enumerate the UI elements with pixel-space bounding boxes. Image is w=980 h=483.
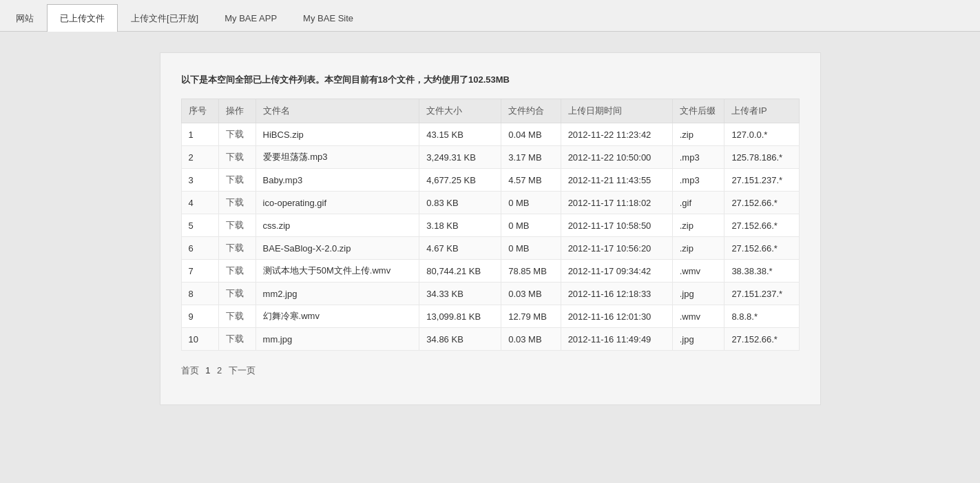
- cell-no: 3: [181, 169, 218, 192]
- cell-op[interactable]: 下载: [218, 169, 256, 192]
- col-approx: 文件约合: [501, 99, 561, 123]
- main-content: 以下是本空间全部已上传文件列表。本空间目前有18个文件，大约使用了102.53M…: [0, 32, 980, 483]
- table-row: 8 下载 mm2.jpg 34.33 KB 0.03 MB 2012-11-16…: [181, 282, 799, 305]
- tab-my-bae-site[interactable]: My BAE Site: [290, 4, 366, 32]
- cell-name: 测试本地大于50M文件上传.wmv: [256, 260, 419, 282]
- cell-ext: .wmv: [672, 260, 724, 282]
- cell-ext: .wmv: [672, 305, 724, 328]
- cell-date: 2012-11-17 10:58:50: [561, 214, 672, 237]
- tab-wangzhan[interactable]: 网站: [3, 4, 47, 32]
- cell-ip: 27.152.66.*: [724, 214, 799, 237]
- cell-size: 80,744.21 KB: [419, 260, 501, 282]
- table-row: 6 下载 BAE-SaBlog-X-2.0.zip 4.67 KB 0 MB 2…: [181, 237, 799, 260]
- cell-op[interactable]: 下载: [218, 192, 256, 214]
- col-ip: 上传者IP: [724, 99, 799, 123]
- col-ext: 文件后缀: [672, 99, 724, 123]
- cell-no: 10: [181, 328, 218, 351]
- cell-ip: 27.152.66.*: [724, 237, 799, 260]
- cell-ext: .zip: [672, 214, 724, 237]
- table-header-row: 序号 操作 文件名 文件大小 文件约合 上传日期时间 文件后缀 上传者IP: [181, 99, 799, 123]
- col-no: 序号: [181, 99, 218, 123]
- cell-ext: .zip: [672, 237, 724, 260]
- cell-approx: 0 MB: [501, 214, 561, 237]
- cell-op[interactable]: 下载: [218, 237, 256, 260]
- cell-approx: 0.04 MB: [501, 123, 561, 146]
- tab-uploaded[interactable]: 已上传文件: [47, 4, 118, 32]
- cell-no: 6: [181, 237, 218, 260]
- cell-ip: 27.152.66.*: [724, 328, 799, 351]
- pagination-page-1[interactable]: 1: [205, 365, 210, 376]
- table-row: 1 下载 HiBCS.zip 43.15 KB 0.04 MB 2012-11-…: [181, 123, 799, 146]
- tab-my-bae-app[interactable]: My BAE APP: [211, 4, 290, 32]
- cell-approx: 0 MB: [501, 192, 561, 214]
- pagination-first[interactable]: 首页: [181, 365, 199, 376]
- pagination-next[interactable]: 下一页: [229, 365, 256, 376]
- pagination: 首页 1 2 下一页: [181, 364, 800, 377]
- cell-name: Baby.mp3: [256, 169, 419, 192]
- cell-size: 34.86 KB: [419, 328, 501, 351]
- cell-no: 7: [181, 260, 218, 282]
- col-op: 操作: [218, 99, 256, 123]
- tab-uploading-label: 上传文件[已开放]: [131, 12, 198, 25]
- cell-ip: 27.151.237.*: [724, 169, 799, 192]
- col-date: 上传日期时间: [561, 99, 672, 123]
- table-row: 7 下载 测试本地大于50M文件上传.wmv 80,744.21 KB 78.8…: [181, 260, 799, 282]
- cell-ip: 127.0.0.*: [724, 123, 799, 146]
- cell-size: 43.15 KB: [419, 123, 501, 146]
- table-row: 4 下载 ico-operating.gif 0.83 KB 0 MB 2012…: [181, 192, 799, 214]
- tab-bar: 网站 已上传文件 上传文件[已开放] My BAE APP My BAE Sit…: [0, 0, 980, 32]
- cell-ext: .jpg: [672, 282, 724, 305]
- cell-op[interactable]: 下载: [218, 282, 256, 305]
- cell-ip: 27.152.66.*: [724, 192, 799, 214]
- cell-ext: .zip: [672, 123, 724, 146]
- cell-no: 9: [181, 305, 218, 328]
- cell-no: 4: [181, 192, 218, 214]
- summary-text: 以下是本空间全部已上传文件列表。本空间目前有18个文件，大约使用了102.53M…: [181, 74, 800, 86]
- table-row: 9 下载 幻舞冷寒.wmv 13,099.81 KB 12.79 MB 2012…: [181, 305, 799, 328]
- cell-ext: .jpg: [672, 328, 724, 351]
- cell-date: 2012-11-22 10:50:00: [561, 146, 672, 169]
- cell-name: mm.jpg: [256, 328, 419, 351]
- cell-size: 34.33 KB: [419, 282, 501, 305]
- col-name: 文件名: [256, 99, 419, 123]
- tab-uploaded-label: 已上传文件: [60, 12, 105, 25]
- table-row: 10 下载 mm.jpg 34.86 KB 0.03 MB 2012-11-16…: [181, 328, 799, 351]
- cell-ext: .mp3: [672, 146, 724, 169]
- cell-op[interactable]: 下载: [218, 328, 256, 351]
- cell-name: 爱要坦荡荡.mp3: [256, 146, 419, 169]
- table-row: 2 下载 爱要坦荡荡.mp3 3,249.31 KB 3.17 MB 2012-…: [181, 146, 799, 169]
- cell-op[interactable]: 下载: [218, 214, 256, 237]
- cell-date: 2012-11-16 11:49:49: [561, 328, 672, 351]
- cell-name: css.zip: [256, 214, 419, 237]
- cell-date: 2012-11-16 12:01:30: [561, 305, 672, 328]
- pagination-page-2[interactable]: 2: [217, 365, 222, 376]
- cell-ip: 38.38.38.*: [724, 260, 799, 282]
- cell-size: 3.18 KB: [419, 214, 501, 237]
- tab-my-bae-app-label: My BAE APP: [225, 13, 277, 23]
- cell-size: 0.83 KB: [419, 192, 501, 214]
- cell-size: 4,677.25 KB: [419, 169, 501, 192]
- cell-size: 3,249.31 KB: [419, 146, 501, 169]
- cell-date: 2012-11-17 09:34:42: [561, 260, 672, 282]
- cell-no: 5: [181, 214, 218, 237]
- cell-op[interactable]: 下载: [218, 123, 256, 146]
- cell-date: 2012-11-17 10:56:20: [561, 237, 672, 260]
- content-box: 以下是本空间全部已上传文件列表。本空间目前有18个文件，大约使用了102.53M…: [160, 52, 821, 405]
- cell-ext: .gif: [672, 192, 724, 214]
- cell-approx: 0.03 MB: [501, 328, 561, 351]
- table-row: 3 下载 Baby.mp3 4,677.25 KB 4.57 MB 2012-1…: [181, 169, 799, 192]
- cell-date: 2012-11-22 11:23:42: [561, 123, 672, 146]
- cell-approx: 0 MB: [501, 237, 561, 260]
- cell-op[interactable]: 下载: [218, 260, 256, 282]
- cell-date: 2012-11-17 11:18:02: [561, 192, 672, 214]
- cell-approx: 4.57 MB: [501, 169, 561, 192]
- cell-op[interactable]: 下载: [218, 305, 256, 328]
- tab-my-bae-site-label: My BAE Site: [303, 13, 353, 23]
- cell-size: 13,099.81 KB: [419, 305, 501, 328]
- cell-name: 幻舞冷寒.wmv: [256, 305, 419, 328]
- file-table: 序号 操作 文件名 文件大小 文件约合 上传日期时间 文件后缀 上传者IP 1 …: [181, 99, 800, 351]
- cell-approx: 78.85 MB: [501, 260, 561, 282]
- tab-uploading[interactable]: 上传文件[已开放]: [118, 4, 211, 32]
- cell-op[interactable]: 下载: [218, 146, 256, 169]
- cell-date: 2012-11-16 12:18:33: [561, 282, 672, 305]
